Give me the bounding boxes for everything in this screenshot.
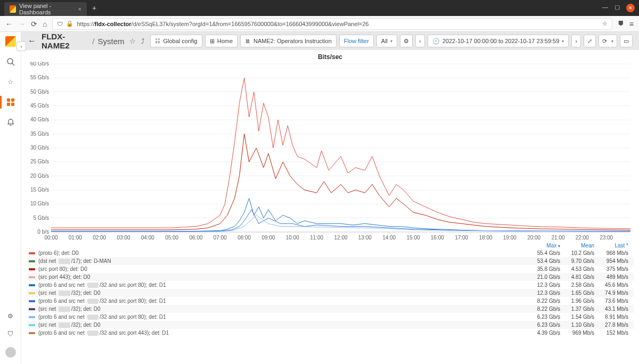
dashboard-title[interactable]: FLDX-NAME2 — [42, 32, 89, 50]
menu-icon[interactable]: ≡ — [629, 20, 634, 28]
nav-back-icon[interactable]: ← — [5, 20, 13, 28]
legend-swatch — [29, 252, 35, 254]
svg-point-0 — [7, 59, 13, 64]
pocket-icon[interactable]: ⛊ — [618, 20, 624, 28]
svg-text:21:00: 21:00 — [551, 235, 564, 241]
svg-text:16:00: 16:00 — [431, 235, 444, 241]
svg-rect-2 — [7, 98, 10, 102]
settings-button[interactable]: ⚙ — [400, 35, 413, 47]
browser-tab[interactable]: View panel - Dashboards × — [4, 2, 87, 16]
breadcrumb: FLDX-NAME2 / System — [42, 32, 124, 50]
tab-close-icon[interactable]: × — [78, 6, 81, 12]
instruction-button[interactable]: 🗎NAME2: Operators Instruction — [240, 35, 337, 47]
svg-text:40 Gb/s: 40 Gb/s — [30, 117, 49, 122]
series-line — [51, 210, 630, 231]
svg-rect-3 — [11, 98, 14, 102]
svg-text:35 Gb/s: 35 Gb/s — [30, 131, 49, 137]
legend-row[interactable]: (src net xxx/32); det: D06.23 Gb/s1.10 G… — [27, 321, 634, 329]
nav-home-icon[interactable]: ⌂ — [43, 20, 47, 28]
svg-text:00:00: 00:00 — [44, 235, 58, 241]
legend-row[interactable]: (src net xxx/32); det: D08.22 Gb/s1.37 G… — [27, 305, 634, 313]
svg-text:19:00: 19:00 — [503, 235, 517, 241]
gear-icon[interactable]: ⚙ — [5, 311, 16, 321]
home-button[interactable]: ⊞Home — [205, 35, 237, 47]
legend-last: 8.91 Mb/s — [594, 314, 628, 320]
legend-row[interactable]: (proto 6); det: D055.4 Gb/s10.2 Gb/s968 … — [27, 249, 634, 257]
legend-max: 6.23 Gb/s — [526, 314, 560, 320]
legend-mean: 9.70 Gb/s — [560, 258, 594, 264]
legend-last: 27.8 Mb/s — [594, 322, 628, 328]
svg-text:06:00: 06:00 — [189, 235, 202, 241]
dashboard-sub[interactable]: System — [97, 37, 124, 46]
svg-text:45 Gb/s: 45 Gb/s — [30, 103, 49, 109]
legend-label: (dst net xxx/17); det: D-MAN — [38, 258, 526, 264]
legend-row[interactable]: (proto 6 and src net xxx/32 and src port… — [27, 297, 634, 305]
user-avatar-icon[interactable] — [5, 347, 16, 358]
svg-text:22:00: 22:00 — [576, 235, 589, 241]
legend-row[interactable]: (src port 443); det: D021.0 Gb/s4.81 Gb/… — [27, 273, 634, 281]
doc-icon: 🗎 — [245, 38, 251, 44]
tv-mode-button[interactable]: ▭ — [620, 35, 633, 47]
star-icon[interactable]: ☆ — [5, 77, 16, 87]
legend-row[interactable]: (dst net xxx/17); det: D-MAN53.4 Gb/s9.7… — [27, 257, 634, 265]
global-config-button[interactable]: ☷Global config — [150, 35, 202, 47]
alert-bell-icon[interactable] — [5, 117, 16, 128]
legend-row[interactable]: (src port 80); det: D035.8 Gb/s4.53 Gb/s… — [27, 265, 634, 273]
time-next-button[interactable]: › — [571, 35, 581, 47]
window-close-icon[interactable]: ✕ — [626, 4, 635, 12]
legend-row[interactable]: (proto 6 and src net xxx/32 and src port… — [27, 281, 634, 289]
sidebar-expand-icon[interactable]: › — [17, 42, 26, 51]
all-dropdown[interactable]: All▾ — [376, 35, 397, 47]
legend-row[interactable]: (proto 6 and src net xxx/32 and src port… — [27, 329, 634, 337]
legend-row[interactable]: (proto 6 and src net xxx/32 and src port… — [27, 313, 634, 321]
svg-text:15:00: 15:00 — [406, 235, 420, 241]
svg-text:18:00: 18:00 — [479, 235, 492, 241]
panel-back-icon[interactable]: ← — [28, 36, 36, 46]
maximize-icon[interactable]: ▢ — [615, 4, 620, 12]
url-bar[interactable]: 🛡 🔒 https://fldx-collector/d/eSSqEL37k/s… — [52, 18, 612, 30]
legend-swatch — [29, 316, 35, 318]
flow-filter-button[interactable]: Flow filter — [339, 35, 374, 47]
browser-navbar: ← → ⟳ ⌂ 🛡 🔒 https://fldx-collector/d/eSS… — [0, 16, 639, 32]
refresh-button[interactable]: ⟳▾ — [599, 35, 617, 47]
svg-text:10:00: 10:00 — [286, 235, 299, 241]
search-icon[interactable] — [5, 56, 16, 67]
legend-max: 12.3 Gb/s — [526, 282, 560, 288]
clock-icon: 🕘 — [432, 38, 440, 45]
grafana-logo-icon[interactable] — [5, 36, 16, 47]
legend-label: (src port 80); det: D0 — [38, 266, 526, 272]
svg-text:13:00: 13:00 — [358, 235, 372, 241]
legend-swatch — [29, 276, 35, 278]
fav-star-icon[interactable]: ☆ — [129, 37, 136, 45]
admin-shield-icon[interactable]: ⛉ — [5, 329, 16, 340]
series-line — [51, 78, 630, 228]
grafana-sidebar: ☆ › ⚙ ⛉ — [0, 32, 21, 364]
timeseries-chart[interactable]: 0 b/s5 Gb/s10 Gb/s15 Gb/s20 Gb/s25 Gb/s3… — [27, 62, 634, 242]
legend-col-last[interactable]: Last * — [594, 243, 628, 249]
minimize-icon[interactable]: — — [602, 4, 608, 12]
svg-text:02:00: 02:00 — [93, 235, 106, 241]
time-range-button[interactable]: 🕘2022-10-17 00:00:00 to 2022-10-17 23:59… — [428, 35, 569, 47]
legend-max: 6.23 Gb/s — [526, 322, 560, 328]
dashboards-icon[interactable] — [5, 97, 16, 107]
bookmark-star-icon[interactable]: ☆ — [602, 20, 608, 27]
legend-swatch — [29, 300, 35, 302]
zoom-out-button[interactable]: ⤢ — [584, 35, 596, 47]
svg-text:03:00: 03:00 — [117, 235, 130, 241]
dashboard-topbar: ← FLDX-NAME2 / System ☆ ⤴ ☷Global config… — [21, 32, 639, 50]
legend-col-mean[interactable]: Mean — [560, 243, 594, 249]
nav-forward-icon[interactable]: → — [18, 20, 26, 28]
time-prev-button[interactable]: ‹ — [415, 35, 425, 47]
legend-max: 8.22 Gb/s — [526, 306, 560, 312]
window-controls: — ▢ ✕ — [602, 4, 635, 12]
share-icon[interactable]: ⤴ — [141, 37, 145, 45]
legend-last: 489 Mb/s — [594, 274, 628, 280]
tab-title: View panel - Dashboards — [19, 3, 75, 15]
nav-reload-icon[interactable]: ⟳ — [31, 20, 37, 28]
legend-last: 152 Mb/s — [594, 330, 628, 336]
new-tab-button[interactable]: + — [92, 4, 96, 12]
legend-col-max[interactable]: Max ▾ — [526, 243, 560, 249]
svg-text:01:00: 01:00 — [69, 235, 82, 241]
legend-row[interactable]: (src net xxx/32); det: D012.3 Gb/s1.65 G… — [27, 289, 634, 297]
svg-rect-5 — [11, 103, 14, 106]
